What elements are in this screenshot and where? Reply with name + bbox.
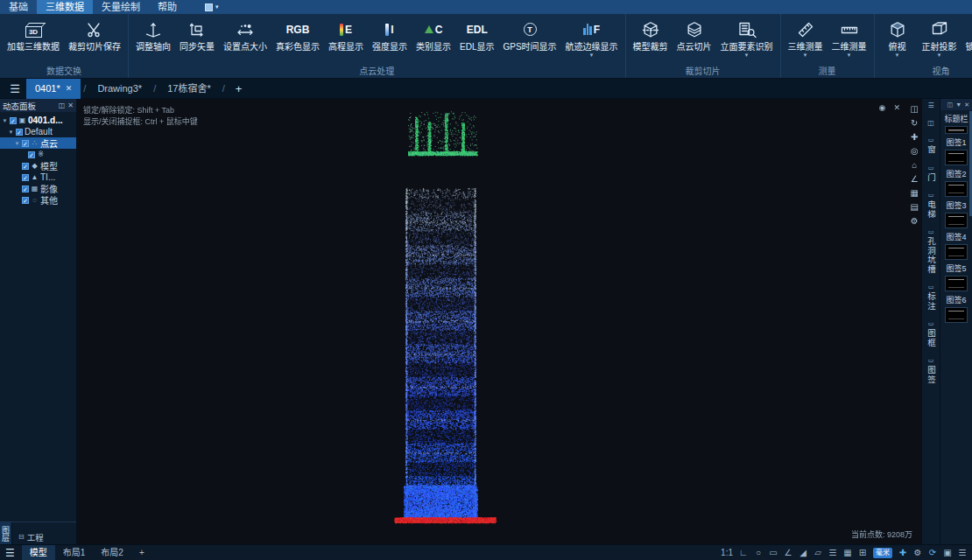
document-tab-2[interactable]: 17栋宿舍* [158,79,220,99]
pan-view-icon[interactable]: ✚ [911,133,918,142]
ribbon-button-2-2[interactable]: 立面要素识别▼ [716,16,778,65]
category-tab-1[interactable]: ▭门 [925,164,937,183]
ribbon-button-1-6[interactable]: C类别显示 [412,16,455,65]
checkbox[interactable]: ✓ [22,140,29,147]
hamburger-menu-icon[interactable]: ☰ [4,82,26,95]
document-tab-1[interactable]: Drawing3* [88,79,151,99]
template-item-6[interactable]: 图签6 [945,294,968,323]
units-badge[interactable]: 毫米 [873,548,892,558]
app-menu-icon[interactable]: ☰ [958,548,967,558]
checkbox[interactable]: ✓ [16,129,23,136]
new-tab-button[interactable]: + [228,82,250,95]
template-item-0[interactable]: 标题栏 [944,113,968,134]
view-settings-icon[interactable]: ⚙ [911,217,919,226]
rotate-view-icon[interactable]: ↻ [911,119,918,128]
hamburger-menu-icon[interactable]: ☰ [927,102,933,109]
checkbox[interactable]: ✓ [22,163,29,170]
ribbon-button-1-0[interactable]: 调整轴向 [131,16,175,65]
ribbon-button-0-0[interactable]: 3D加载三维数据 [3,16,64,65]
slope-icon[interactable]: ◢ [799,548,807,558]
close-icon[interactable]: ✕ [66,79,73,99]
category-tab-5[interactable]: ▭图框 [925,320,937,347]
tree-node-5[interactable]: ✓▲TI... [0,172,76,183]
template-item-4[interactable]: 图签4 [945,231,968,260]
angle-snap-icon[interactable]: ∠ [784,548,792,558]
layout-tab-0[interactable]: 模型 [22,545,55,560]
tree-node-4[interactable]: ✓◆模型 [0,160,76,172]
dock-icon[interactable]: ◫ [59,102,66,109]
home-view-icon[interactable]: ⌂ [912,161,917,170]
dock-icon[interactable]: ◫ [927,119,934,127]
tab-layers[interactable]: 图层 [0,522,12,544]
close-icon[interactable]: ✕ [893,103,900,112]
ribbon-button-1-9[interactable]: F航迹边缘显示▼ [561,16,623,65]
window-style-dropdown[interactable]: ▾ [200,0,224,14]
panel-toggle-icon[interactable]: ▣ [943,548,952,558]
menubar-item-1[interactable]: 三维数据 [37,0,93,14]
zoom-extent-icon[interactable]: ◎ [911,147,919,156]
ribbon-button-1-4[interactable]: E高程显示 [324,16,368,65]
ribbon-button-2-0[interactable]: 模型裁剪 [629,16,673,65]
tree-node-0[interactable]: ▼✓▣0401.d... [0,115,76,126]
crosshair-icon[interactable]: ✚ [898,548,907,558]
checkbox[interactable]: ✓ [22,197,29,204]
polar-track-icon[interactable]: ○ [754,548,763,558]
tree-node-3[interactable]: ✓※ [0,149,76,160]
checkbox[interactable]: ✓ [28,151,35,158]
grid-icon[interactable]: ▦ [843,548,852,558]
caret-icon[interactable]: ▼ [2,118,8,123]
template-item-1[interactable]: 图签1 [945,136,968,165]
category-tab-3[interactable]: ▭孔洞坑槽 [925,228,937,274]
dock-icon[interactable]: ◫ [911,105,919,114]
ribbon-button-1-2[interactable]: 设置点大小 [219,16,271,65]
menubar-item-3[interactable]: 帮助 [149,0,186,14]
checkbox[interactable]: ✓ [22,186,29,192]
point-cloud-canvas[interactable] [77,99,921,544]
menubar-item-2[interactable]: 矢量绘制 [93,0,149,14]
hamburger-menu-icon[interactable]: ☰ [5,547,15,559]
category-tab-2[interactable]: ▭电梯 [925,192,937,219]
template-item-2[interactable]: 图签2 [945,168,968,197]
ribbon-button-3-0[interactable]: 三维测量▼ [784,16,828,65]
ribbon-button-0-1[interactable]: 裁剪切片保存 [64,16,125,65]
category-tab-0[interactable]: ▭窗 [925,136,937,155]
ribbon-button-3-1[interactable]: 二维测量▼ [828,16,871,65]
ribbon-button-1-5[interactable]: I强度显示 [368,16,412,65]
checkbox[interactable]: ✓ [22,174,29,181]
tree-node-6[interactable]: ✓▦影像 [0,183,76,194]
caret-icon[interactable]: ▼ [14,141,20,146]
ribbon-button-1-3[interactable]: RGB真彩色显示 [271,16,324,65]
close-icon[interactable]: ✕ [67,102,74,109]
gear-icon[interactable]: ⚙ [913,548,922,558]
snap-grid-icon[interactable]: ⊞ [858,548,867,558]
template-item-5[interactable]: 图签5 [945,262,968,291]
tree-node-7[interactable]: ✓◌其他 [0,194,76,206]
document-tab-0[interactable]: 0401*✕ [26,79,81,99]
angle-measure-icon[interactable]: ∠ [911,175,919,184]
ribbon-button-4-1[interactable]: 正射投影▼ [918,16,961,65]
layout-tab-2[interactable]: 布局2 [93,545,131,560]
parallel-icon[interactable]: ▱ [814,548,822,558]
list-icon[interactable]: ☰ [828,548,837,558]
menubar-item-0[interactable]: 基础 [0,0,37,14]
ribbon-button-4-0[interactable]: 俯视▼ [877,16,918,65]
grid-toggle-icon[interactable]: ▦ [911,189,919,198]
ribbon-button-1-7[interactable]: EDLEDL显示 [455,16,498,65]
category-tab-6[interactable]: ▭图签 [925,357,937,384]
layout-tab-3[interactable]: + [131,545,152,560]
close-icon[interactable]: ✕ [964,102,969,108]
tree-node-1[interactable]: ▼✓Default [0,126,76,137]
refresh-icon[interactable]: ⟳ [928,548,937,558]
ribbon-button-2-1[interactable]: 点云切片 [673,16,716,65]
layers-toggle-icon[interactable]: ▤ [911,203,919,212]
tab-project[interactable]: ⊟ 工程 [12,529,50,544]
caret-icon[interactable]: ▼ [8,130,14,135]
chevron-down-icon[interactable]: ▼ [955,102,961,108]
viewport-3d[interactable]: 锁定/解除锁定: Shift + Tab 显示/关闭捕捉框: Ctrl + 鼠标… [77,99,921,544]
ribbon-button-4-2[interactable]: 锁定视角 [961,16,972,65]
rect-snap-icon[interactable]: ▭ [769,548,778,558]
checkbox[interactable]: ✓ [10,117,17,124]
tree-node-2[interactable]: ▼✓∴点云 [0,137,76,149]
scale-ratio[interactable]: 1:1 [721,548,733,558]
ribbon-button-1-1[interactable]: 同步矢量 [175,16,219,65]
